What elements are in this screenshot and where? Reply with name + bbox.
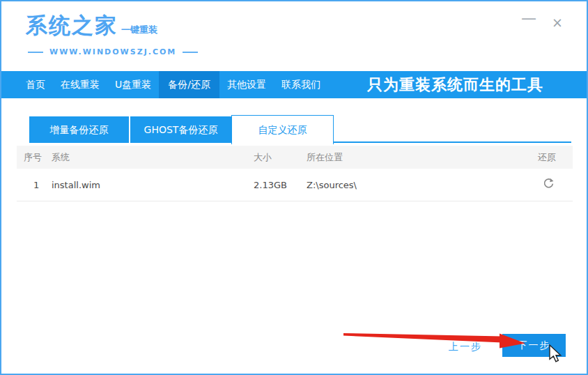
- column-header-location: 所在位置: [307, 151, 507, 164]
- logo-subtitle: 一键重装: [121, 24, 157, 35]
- nav-item-usb-reinstall[interactable]: U盘重装: [107, 71, 159, 98]
- nav-item-online-reinstall[interactable]: 在线重装: [53, 71, 107, 98]
- minimize-icon: —: [521, 9, 536, 26]
- dash-right-decoration: [183, 52, 198, 53]
- column-header-index: 序号: [24, 151, 52, 164]
- backup-tabstrip: 增量备份还原 GHOST备份还原 自定义还原: [29, 116, 334, 144]
- row-index: 1: [24, 180, 52, 190]
- tab-incremental-backup-restore[interactable]: 增量备份还原: [29, 116, 130, 143]
- close-icon: ×: [552, 15, 563, 30]
- column-header-restore: 还原: [507, 151, 556, 164]
- tab-custom-restore[interactable]: 自定义还原: [231, 115, 334, 144]
- red-arrow-annotation: [343, 333, 525, 349]
- row-system-name: install.wim: [52, 180, 254, 190]
- close-button[interactable]: ×: [552, 15, 563, 29]
- nav-item-contact-us[interactable]: 联系我们: [274, 71, 328, 98]
- tab-ghost-backup-restore[interactable]: GHOST备份还原: [130, 116, 231, 143]
- logo-website-row: WWW.WINDOWSZJ.COM: [28, 47, 198, 56]
- table-header: 序号 系统 大小 所在位置 还原: [17, 146, 573, 169]
- app-logo: 系统之家一键重装: [26, 11, 157, 40]
- column-header-size: 大小: [254, 151, 307, 164]
- nav-item-other-settings[interactable]: 其他设置: [219, 71, 274, 98]
- nav-item-backup-restore[interactable]: 备份/还原: [159, 71, 219, 98]
- column-header-system: 系统: [52, 151, 254, 164]
- minimize-button[interactable]: —: [521, 11, 536, 25]
- restore-button[interactable]: [543, 178, 555, 190]
- previous-step-link[interactable]: 上一步: [449, 341, 482, 353]
- row-size: 2.13GB: [254, 180, 307, 190]
- next-step-button[interactable]: 下一步: [502, 334, 566, 357]
- table-row: 1 install.wim 2.13GB Z:\sources\: [17, 169, 573, 201]
- dash-left-decoration: [28, 52, 43, 53]
- main-navbar: 首页 在线重装 U盘重装 备份/还原 其他设置 联系我们 只为重装系统而生的工具: [1, 71, 587, 98]
- nav-slogan: 只为重装系统而生的工具: [367, 71, 543, 98]
- logo-website: WWW.WINDOWSZJ.COM: [49, 47, 176, 56]
- logo-title: 系统之家: [26, 13, 118, 38]
- nav-item-home[interactable]: 首页: [18, 71, 53, 98]
- row-location: Z:\sources\: [307, 180, 507, 190]
- app-window: 系统之家一键重装 WWW.WINDOWSZJ.COM — × 首页 在线重装 U…: [0, 0, 588, 375]
- refresh-icon: [543, 178, 555, 190]
